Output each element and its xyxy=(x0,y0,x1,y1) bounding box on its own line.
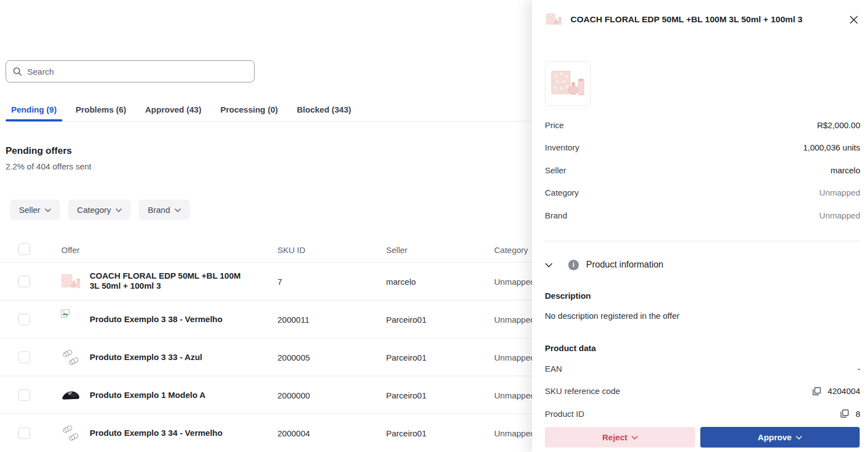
product-data-value: - xyxy=(857,364,860,373)
product-data-title: Product data xyxy=(545,343,596,353)
select-all-checkbox[interactable] xyxy=(18,244,30,255)
detail-row-category: Category Unmapped xyxy=(545,182,860,205)
product-information-title: Product information xyxy=(586,260,664,270)
product-information-section-header[interactable]: i Product information xyxy=(545,257,860,273)
offer-title[interactable]: Produto Exemplo 3 38 - Vermelho xyxy=(90,314,248,324)
page-subtitle: 2.2% of 404 offers sent xyxy=(6,162,91,171)
offer-sku: 2000000 xyxy=(277,390,310,400)
offer-sku: 2000011 xyxy=(277,314,309,324)
row-checkbox[interactable] xyxy=(18,427,30,439)
offer-sku: 2000005 xyxy=(277,352,310,362)
column-header-offer: Offer xyxy=(61,245,80,254)
brand-filter-button[interactable]: Brand xyxy=(139,200,190,220)
detail-value: 1,000,036 units xyxy=(803,143,860,152)
offer-category: Unmapped xyxy=(494,314,535,324)
column-header-sku: SKU ID xyxy=(277,245,305,254)
offer-title[interactable]: Produto Exemplo 3 34 - Vermelho xyxy=(90,428,248,439)
perfume-set-image xyxy=(545,11,563,28)
chevron-down-icon xyxy=(631,435,638,440)
tab-processing[interactable]: Processing (0) xyxy=(214,98,283,121)
tab-problems[interactable]: Problems (6) xyxy=(70,98,132,121)
detail-label: Category xyxy=(545,188,579,197)
brand-filter-label: Brand xyxy=(148,205,170,215)
offer-sku: 7 xyxy=(277,276,282,286)
row-checkbox[interactable] xyxy=(18,275,30,287)
offer-seller: Parceiro01 xyxy=(386,314,427,324)
close-icon[interactable] xyxy=(847,13,860,26)
panel-action-bar: Reject Approve xyxy=(532,425,868,452)
offer-category: Unmapped xyxy=(494,429,535,438)
divider xyxy=(545,241,860,241)
product-data-row-sku-reference: SKU reference code 4204004 xyxy=(545,380,860,403)
chevron-down-icon xyxy=(115,208,122,212)
product-data-label: Product ID xyxy=(545,409,840,419)
broken-image-icon xyxy=(60,309,81,330)
detail-value: marcelo xyxy=(831,166,860,175)
product-data-row-ean: EAN - xyxy=(545,357,860,380)
product-data-list: EAN - SKU reference code 4204004 Product… xyxy=(545,357,860,425)
approve-button-label: Approve xyxy=(758,432,792,442)
description-label: Description xyxy=(545,291,591,300)
seller-filter-button[interactable]: Seller xyxy=(10,200,60,220)
reject-button-label: Reject xyxy=(602,432,627,442)
chevron-down-icon xyxy=(45,208,51,212)
perfume-set-image xyxy=(60,271,81,292)
chevron-down-icon xyxy=(174,208,181,212)
detail-row-seller: Seller marcelo xyxy=(545,159,860,182)
panel-header: COACH FLORAL EDP 50ML +BL 100M 3L 50ml +… xyxy=(545,9,860,30)
detail-label: Seller xyxy=(545,166,566,175)
offer-title[interactable]: COACH FLORAL EDP 50ML +BL 100M 3L 50ml +… xyxy=(90,271,248,292)
description-text: No description registered in the offer xyxy=(545,311,680,320)
offer-title[interactable]: Produto Exemplo 3 33 - Azul xyxy=(90,352,248,362)
reject-button[interactable]: Reject xyxy=(545,427,695,448)
detail-value: Unmapped xyxy=(820,188,860,197)
offer-detail-panel: COACH FLORAL EDP 50ML +BL 100M 3L 50ml +… xyxy=(532,0,868,452)
column-header-category: Category xyxy=(494,245,528,254)
search-field[interactable] xyxy=(6,60,255,82)
offer-seller: Parceiro01 xyxy=(386,429,427,438)
filter-bar: Seller Category Brand xyxy=(10,200,190,220)
sandals-sketch-image xyxy=(60,347,81,368)
row-checkbox[interactable] xyxy=(18,313,30,325)
search-icon xyxy=(13,67,22,76)
black-shoe-image xyxy=(60,385,81,406)
info-icon: i xyxy=(568,260,579,270)
detail-value: R$2,000.00 xyxy=(817,120,860,130)
detail-label: Inventory xyxy=(545,143,579,152)
category-filter-label: Category xyxy=(77,205,111,215)
product-data-label: SKU reference code xyxy=(545,386,812,396)
offer-sku: 2000004 xyxy=(277,429,310,438)
panel-title: COACH FLORAL EDP 50ML +BL 100M 3L 50ml +… xyxy=(570,14,839,25)
product-data-value: 4204004 xyxy=(828,386,860,396)
copy-icon[interactable] xyxy=(840,409,849,418)
tab-blocked[interactable]: Blocked (343) xyxy=(291,98,357,121)
offer-details-list: Price R$2,000.00 Inventory 1,000,036 uni… xyxy=(545,114,860,227)
chevron-down-icon[interactable] xyxy=(545,257,562,273)
chevron-down-icon xyxy=(796,435,802,440)
offer-category: Unmapped xyxy=(494,390,535,400)
offer-category: Unmapped xyxy=(494,352,535,362)
product-data-value: 8 xyxy=(856,409,860,419)
product-data-label: EAN xyxy=(545,364,857,373)
copy-icon[interactable] xyxy=(812,387,821,396)
approve-button[interactable]: Approve xyxy=(700,427,860,448)
offer-title[interactable]: Produto Exemplo 1 Modelo A xyxy=(90,390,248,400)
detail-row-price: Price R$2,000.00 xyxy=(545,114,860,137)
product-image xyxy=(545,61,591,106)
tab-pending[interactable]: Pending (9) xyxy=(6,98,62,121)
sandals-sketch-image xyxy=(60,422,81,444)
offer-category: Unmapped xyxy=(494,276,535,286)
row-checkbox[interactable] xyxy=(18,351,30,363)
product-data-row-product-id: Product ID 8 xyxy=(545,402,860,425)
column-header-seller: Seller xyxy=(386,245,407,254)
row-checkbox[interactable] xyxy=(18,389,30,401)
seller-filter-label: Seller xyxy=(19,205,40,215)
page-title: Pending offers xyxy=(6,145,72,157)
detail-label: Brand xyxy=(545,211,567,220)
tab-approved[interactable]: Approved (43) xyxy=(140,98,207,121)
category-filter-button[interactable]: Category xyxy=(68,200,131,220)
search-input[interactable] xyxy=(27,67,247,76)
detail-row-inventory: Inventory 1,000,036 units xyxy=(545,137,860,159)
detail-label: Price xyxy=(545,120,564,130)
offer-seller: Parceiro01 xyxy=(386,390,427,400)
